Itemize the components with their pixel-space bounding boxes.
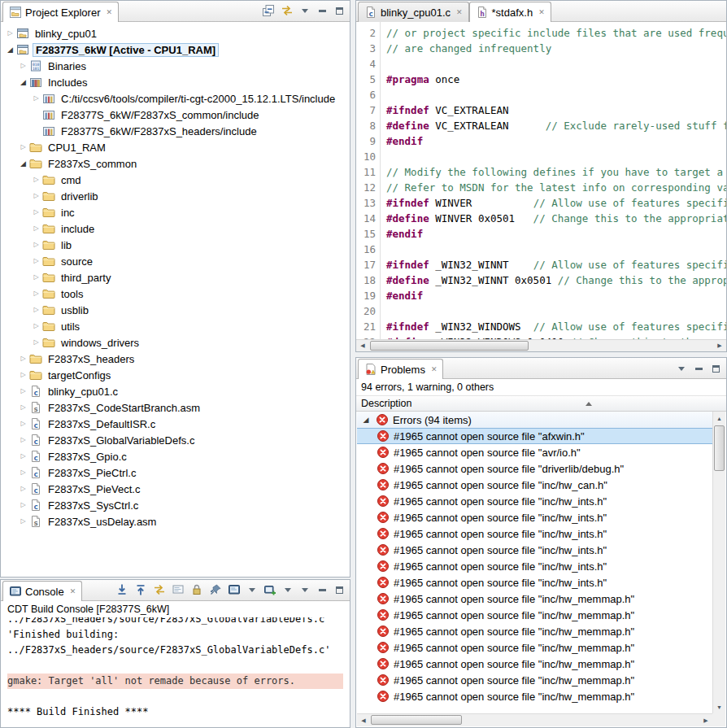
tree-collapsed-arrow-icon[interactable]: ▷ (30, 318, 42, 334)
tree-item[interactable]: ▷cF2837xS_PieVect.c (1, 481, 350, 497)
maximize-icon[interactable] (710, 363, 721, 374)
problems-group-row[interactable]: ◢Errors (94 items) (357, 412, 712, 428)
show-error-in-editor-icon[interactable] (153, 583, 166, 596)
minimize-icon[interactable] (316, 5, 328, 16)
tree-item[interactable]: ▷utils (1, 318, 350, 334)
code-line[interactable]: #pragma once (386, 72, 726, 87)
tree-item[interactable]: ▷cmd (1, 172, 350, 188)
code-line[interactable] (386, 242, 726, 257)
tree-item[interactable]: F28377S_6kW/F2837xS_headers/include (1, 123, 350, 139)
tree-item[interactable]: ▷windows_drivers (1, 334, 350, 351)
problem-row[interactable]: #1965 cannot open source file "inc/hw_me… (357, 623, 712, 639)
vscroll-thumb[interactable] (714, 425, 725, 471)
code-line[interactable]: #define _WIN32_WINNT 0x0501 // Change th… (386, 272, 726, 288)
tree-item[interactable]: ▷tools (1, 286, 350, 302)
problem-row[interactable]: #1965 cannot open source file "inc/hw_me… (357, 672, 712, 688)
tree-collapsed-arrow-icon[interactable]: ▷ (17, 351, 29, 367)
tree-collapsed-arrow-icon[interactable]: ▷ (17, 58, 29, 74)
tree-expanded-arrow-icon[interactable]: ◢ (17, 155, 29, 172)
tree-item[interactable]: ▷CPU1_RAM (1, 139, 350, 155)
tree-collapsed-arrow-icon[interactable]: ▷ (30, 172, 42, 188)
scroll-right-icon[interactable]: ▶ (713, 340, 726, 351)
problem-row[interactable]: #1965 cannot open source file "inc/hw_in… (357, 542, 712, 558)
tree-item[interactable]: ▷lib (1, 237, 350, 253)
tree-item[interactable]: ▷cF2837xS_PieCtrl.c (1, 464, 350, 481)
view-menu-icon[interactable] (299, 584, 311, 595)
tree-expanded-arrow-icon[interactable]: ◢ (4, 41, 16, 58)
problem-row[interactable]: #1965 cannot open source file "driverlib… (357, 460, 712, 477)
tab-project-explorer[interactable]: Project Explorer ✕ (2, 2, 119, 22)
tree-item[interactable]: ▷targetConfigs (1, 367, 350, 383)
tree-item[interactable]: F28377S_6kW/F2837xS_common/include (1, 107, 350, 123)
tree-item[interactable]: ▷driverlib (1, 188, 350, 204)
tree-item[interactable]: ▷C:/ti/ccsv6/tools/compiler/ti-cgt-c2000… (1, 90, 350, 107)
tree-expanded-arrow-icon[interactable]: ◢ (360, 412, 372, 428)
close-icon[interactable]: ✕ (456, 8, 463, 16)
tree-item[interactable]: ▷cF2837xS_SysCtrl.c (1, 497, 350, 513)
code-line[interactable]: #define WINVER 0x0501 // Change this to … (386, 211, 726, 226)
tab-console[interactable]: Console ✕ (2, 581, 82, 601)
scroll-up-icon[interactable]: ▲ (713, 412, 725, 425)
code-line[interactable] (386, 87, 726, 102)
scroll-right-icon[interactable]: ▶ (699, 714, 712, 726)
code-line[interactable]: #ifndef _WIN32_WINNT // Allow use of fea… (386, 257, 726, 272)
code-line[interactable]: #endif (386, 288, 726, 303)
scroll-down-icon[interactable]: ▼ (713, 700, 725, 713)
problems-vscrollbar[interactable]: ▲ ▼ (712, 412, 725, 713)
console-output[interactable]: ../F2837xS_headers/source/F2837xS_Global… (1, 617, 350, 727)
problem-row[interactable]: #1965 cannot open source file "inc/hw_me… (357, 688, 712, 704)
tree-collapsed-arrow-icon[interactable]: ▷ (30, 90, 42, 107)
code-line[interactable]: #ifndef VC_EXTRALEAN (386, 102, 726, 118)
display-selected-console-caret-icon[interactable] (246, 584, 258, 595)
line-number-gutter[interactable]: 2345678910111213141516171819202122 (356, 22, 381, 339)
code-line[interactable]: // Refer to MSDN for the latest info on … (386, 180, 726, 195)
minimize-icon[interactable] (316, 584, 328, 595)
code-line[interactable] (386, 303, 726, 319)
tree-item[interactable]: ◢Includes (1, 74, 350, 90)
tree-collapsed-arrow-icon[interactable]: ▷ (30, 220, 42, 237)
tab-stdafx-h[interactable]: h *stdafx.h ✕ (469, 2, 551, 22)
code-line[interactable]: #define VC_EXTRALEAN // Exclude rarely-u… (386, 118, 726, 133)
problem-row[interactable]: #1965 cannot open source file "afxwin.h" (357, 428, 712, 444)
tree-collapsed-arrow-icon[interactable]: ▷ (30, 334, 42, 351)
tree-item[interactable]: ▷cF2837xS_DefaultISR.c (1, 416, 350, 432)
minimize-icon[interactable] (693, 363, 704, 374)
code-line[interactable] (386, 149, 726, 164)
pin-console-icon[interactable] (209, 583, 222, 596)
tree-item[interactable]: ▷include (1, 220, 350, 237)
code-line[interactable]: #endif (386, 133, 726, 149)
code-line[interactable]: #endif (386, 226, 726, 242)
hscroll-thumb[interactable] (371, 715, 462, 725)
tree-collapsed-arrow-icon[interactable]: ▷ (30, 188, 42, 204)
close-icon[interactable]: ✕ (70, 587, 76, 595)
tree-item[interactable]: ▷F2837xS_headers (1, 351, 350, 367)
scroll-left-icon[interactable]: ◀ (356, 340, 369, 351)
tree-item[interactable]: ▷inc (1, 204, 350, 220)
description-column-header[interactable]: Description (356, 395, 726, 412)
tree-expanded-arrow-icon[interactable]: ◢ (17, 74, 29, 90)
problem-row[interactable]: #1965 cannot open source file "inc/hw_in… (357, 574, 712, 591)
tab-blinky-cpu01-c[interactable]: c blinky_cpu01.c ✕ (358, 2, 469, 22)
collapse-all-icon[interactable] (262, 4, 275, 17)
open-console-caret-icon[interactable] (282, 584, 294, 595)
code-line[interactable]: // Modify the following defines if you h… (386, 164, 726, 180)
tree-item[interactable]: ▷cF2837xS_GlobalVariableDefs.c (1, 432, 350, 448)
problem-row[interactable]: #1965 cannot open source file "inc/hw_in… (357, 493, 712, 509)
tree-item[interactable]: ◢F2837xS_common (1, 155, 350, 172)
problem-row[interactable]: #1965 cannot open source file "inc/hw_me… (357, 607, 712, 623)
problem-row[interactable]: #1965 cannot open source file "inc/hw_in… (357, 558, 712, 574)
tree-item[interactable]: ▷sF2837xS_CodeStartBranch.asm (1, 399, 350, 416)
tree-collapsed-arrow-icon[interactable]: ▷ (30, 269, 42, 286)
tree-collapsed-arrow-icon[interactable]: ▷ (17, 399, 29, 416)
problem-row[interactable]: #1965 cannot open source file "inc/hw_in… (357, 525, 712, 542)
code-line[interactable]: #ifndef _WIN32_WINDOWS // Allow use of f… (386, 319, 726, 334)
tree-collapsed-arrow-icon[interactable]: ▷ (17, 448, 29, 464)
tree-item[interactable]: ▷usblib (1, 302, 350, 318)
scroll-left-icon[interactable]: ◀ (357, 714, 370, 726)
code-line[interactable]: #ifndef WINVER // Allow use of features … (386, 195, 726, 211)
tree-item[interactable]: ▷source (1, 253, 350, 269)
code-line[interactable]: // or project specific include files tha… (386, 25, 726, 41)
problem-row[interactable]: #1965 cannot open source file "inc/hw_ca… (357, 477, 712, 493)
tree-collapsed-arrow-icon[interactable]: ▷ (17, 513, 29, 530)
code-area[interactable]: // or project specific include files tha… (381, 22, 726, 339)
